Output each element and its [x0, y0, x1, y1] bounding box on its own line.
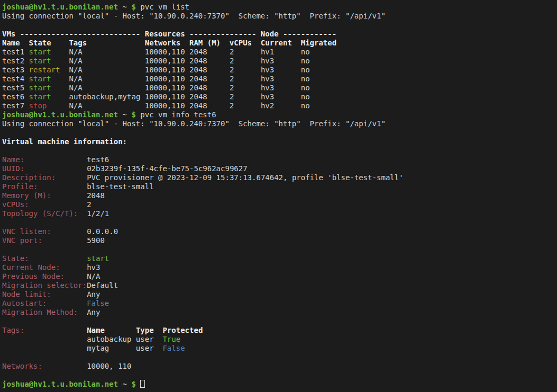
terminal-line: Node limit: Any [2, 290, 557, 299]
terminal-line: Previous Node: N/A [2, 272, 557, 281]
terminal-line: UUID: 02b3239f-135f-4cfe-be75-5c962ac996… [2, 164, 557, 173]
info-field-label: Node limit: [2, 290, 51, 298]
info-field-value: PVC provisioner @ 2023-12-09 15:37:13.67… [56, 173, 403, 182]
terminal-line: VNC port: 5900 [2, 236, 557, 245]
terminal-line [2, 317, 557, 326]
info-field-value: 10000, 110 [42, 362, 132, 370]
terminal-line [2, 371, 557, 380]
info-field-value: N/A [65, 272, 100, 281]
terminal-line: vCPUs: 2 [2, 200, 557, 209]
terminal-line: Description: PVC provisioner @ 2023-12-0… [2, 173, 557, 182]
terminal-line: mytag user False [2, 344, 557, 353]
terminal-line: joshua@hv1.t.u.bonilan.net ~ $ pvc vm li… [2, 3, 557, 12]
spacer [29, 254, 87, 263]
terminal-line: Networks: 10000, 110 [2, 362, 557, 371]
terminal-line: Topology (S/C/T): 1/2/1 [2, 209, 557, 218]
terminal-line: Name: test6 [2, 155, 557, 164]
terminal-line: Name State Tags Networks RAM (M) vCPUs C… [2, 39, 557, 48]
info-field-label: Profile: [2, 182, 38, 191]
prompt-symbol: $ [131, 380, 140, 388]
terminal-line: joshua@hv1.t.u.bonilan.net ~ $ [2, 380, 557, 389]
info-field-label: Autostart: [2, 299, 47, 307]
terminal-cursor [140, 380, 145, 388]
info-field-value: Any [78, 308, 100, 316]
info-field-label: Name: [2, 155, 24, 164]
terminal-line: Migration Method: Any [2, 308, 557, 317]
terminal-line: Autostart: False [2, 299, 557, 308]
vm-name-cell: test3 [2, 66, 29, 74]
prompt-symbol: $ [131, 3, 140, 11]
tag-protected-value: False [162, 344, 185, 352]
info-field-value: blse-test-small [38, 182, 153, 191]
info-field-value: test6 [24, 155, 109, 164]
vm-name-cell: test2 [2, 57, 29, 65]
prompt-symbol: $ [131, 110, 140, 119]
info-field-label: Networks: [2, 362, 42, 370]
terminal-line [2, 21, 557, 30]
prompt-user-host: joshua@hv1.t.u.bonilan.net [2, 380, 118, 388]
terminal-line: State: start [2, 254, 557, 263]
info-field-value: 02b3239f-135f-4cfe-be75-5c962ac99627 [24, 164, 247, 173]
terminal-screen[interactable]: joshua@hv1.t.u.bonilan.net ~ $ pvc vm li… [2, 3, 557, 392]
vm-state-cell: start [29, 48, 51, 56]
info-field-label: VNC listen: [2, 227, 51, 236]
connection-info: Using connection "local" - Host: "10.90.… [2, 12, 386, 20]
command-text: pvc vm list [140, 3, 189, 11]
info-autostart-value: False [87, 299, 109, 307]
terminal-line: test4 start N/A 10000,110 2048 2 hv3 no [2, 74, 557, 83]
terminal-line [2, 218, 557, 227]
terminal-line: Tags: Name Type Protected [2, 326, 557, 335]
info-field-label: Tags: [2, 326, 24, 334]
terminal-line: Using connection "local" - Host: "10.90.… [2, 12, 557, 21]
info-field-value: Any [51, 290, 101, 298]
vm-state-cell: start [29, 74, 51, 83]
tag-row-cells: mytag user [2, 344, 162, 352]
tag-protected-value: True [162, 335, 180, 343]
vm-name-cell: test7 [2, 101, 29, 110]
spacer [47, 299, 87, 307]
tag-row-cells: autobackup user [2, 335, 162, 343]
prompt-cwd: ~ [118, 110, 131, 119]
vm-table-column-header: Name State Tags Networks RAM (M) vCPUs C… [2, 39, 336, 47]
terminal-line: test3 restart N/A 10000,110 2048 2 hv3 n… [2, 66, 557, 74]
vm-state-cell: start [29, 83, 51, 92]
info-field-value: Default [87, 281, 118, 290]
vm-row-cells: N/A 10000,110 2048 2 hv3 no [51, 83, 310, 92]
command-text: pvc vm info test6 [140, 110, 216, 119]
info-field-label: Migration Method: [2, 308, 78, 316]
info-field-label: Migration selector: [2, 281, 87, 290]
info-field-label: Description: [2, 173, 56, 182]
terminal-line: joshua@hv1.t.u.bonilan.net ~ $ pvc vm in… [2, 110, 557, 119]
info-field-value: 2048 [51, 191, 105, 200]
terminal-line [2, 128, 557, 137]
info-field-value: hv3 [60, 263, 101, 272]
terminal-line: Using connection "local" - Host: "10.90.… [2, 119, 557, 128]
connection-info: Using connection "local" - Host: "10.90.… [2, 119, 386, 128]
terminal-line: Migration selector:Default [2, 281, 557, 290]
vm-info-title: Virtual machine information: [2, 137, 127, 146]
vm-row-cells: N/A 10000,110 2048 2 hv2 no [47, 101, 309, 110]
vm-state-cell: start [29, 92, 51, 101]
terminal-line: test1 start N/A 10000,110 2048 2 hv1 no [2, 48, 557, 57]
info-field-value: 0.0.0.0 [51, 227, 118, 236]
terminal-line: Virtual machine information: [2, 137, 557, 146]
vm-name-cell: test6 [2, 92, 29, 101]
info-field-value: 2 [29, 200, 92, 209]
vm-row-cells: N/A 10000,110 2048 2 hv3 no [51, 74, 310, 83]
terminal-line: VNC listen: 0.0.0.0 [2, 227, 557, 236]
tags-table-header: Name Type Protected [87, 326, 203, 334]
vm-row-cells: N/A 10000,110 2048 2 hv3 no [51, 57, 310, 65]
info-field-value: 1/2/1 [78, 209, 109, 218]
info-field-label: UUID: [2, 164, 24, 173]
vm-row-cells: autobackup,mytag 10000,110 2048 2 hv3 no [51, 92, 310, 101]
terminal-line: VMs --------------------------- Resource… [2, 30, 557, 39]
vm-name-cell: test5 [2, 83, 29, 92]
prompt-cwd: ~ [118, 3, 131, 11]
vm-row-cells: N/A 10000,110 2048 2 hv3 no [60, 66, 310, 74]
info-field-label: State: [2, 254, 29, 263]
terminal-line: Current Node: hv3 [2, 263, 557, 272]
prompt-user-host: joshua@hv1.t.u.bonilan.net [2, 3, 118, 11]
vm-name-cell: test4 [2, 74, 29, 83]
terminal-line [2, 245, 557, 254]
vm-table-group-header: VMs --------------------------- Resource… [2, 30, 336, 38]
